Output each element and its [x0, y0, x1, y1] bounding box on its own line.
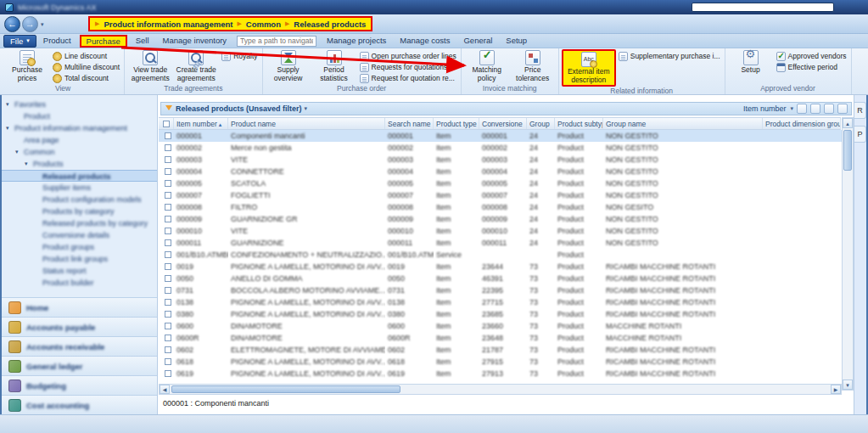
factbox-tab[interactable]: R — [854, 102, 866, 119]
history-dropdown-icon[interactable]: ▾ — [41, 21, 44, 28]
checkbox-icon[interactable] — [165, 144, 171, 151]
breadcrumb-item[interactable]: Released products — [294, 20, 366, 29]
table-row[interactable]: 000001Componenti mancanti000001Item00000… — [159, 130, 842, 142]
checkbox-icon[interactable] — [165, 180, 171, 187]
breadcrumb-item[interactable]: Common — [246, 20, 281, 29]
view-trade-agreements-button[interactable]: View trade agreements — [127, 49, 173, 83]
sidebar-item[interactable]: Product link groups — [2, 253, 157, 265]
tab-general[interactable]: General — [456, 34, 499, 48]
horizontal-scrollbar-thumb[interactable] — [171, 385, 400, 393]
table-row[interactable]: 0731BOCCOLA ALBERO MOTORINO AVVIAME...07… — [159, 284, 842, 296]
price-tolerances-button[interactable]: Price tolerances — [510, 49, 556, 83]
column-header-product-type[interactable]: Product type — [434, 118, 479, 129]
sidebar-item[interactable]: ▾Product information management — [2, 122, 157, 134]
table-row[interactable]: 0602ELETTROMAGNETE, MOTORE DI AVVIAME...… — [159, 344, 842, 356]
line-discount-button[interactable]: Line discount — [53, 51, 120, 61]
tree-expander-icon[interactable] — [34, 205, 40, 217]
checkbox-icon[interactable] — [165, 204, 171, 211]
tab-sell[interactable]: Sell — [129, 34, 156, 48]
table-row[interactable]: 000010VITE000010Item00001024ProductNON G… — [159, 225, 842, 237]
vertical-scrollbar[interactable]: ▲ ▼ — [842, 117, 854, 391]
path-navigate-input[interactable] — [237, 36, 316, 47]
scroll-up-icon[interactable]: ▲ — [843, 118, 853, 128]
sidebar-item[interactable]: Product configuration models — [2, 194, 157, 205]
tree-expander-icon[interactable]: ▾ — [6, 98, 12, 110]
factbox-tab[interactable]: P — [854, 126, 866, 143]
supplementary-purchase-items-button[interactable]: Supplementary purchase i... — [619, 51, 720, 61]
table-row[interactable]: 0619PIGNONE A LAMELLE, MOTORINO DI AVV..… — [159, 368, 842, 380]
tab-product[interactable]: Product — [36, 34, 78, 48]
table-row[interactable]: 000008FILTRO000008Item00000824ProductNON… — [159, 201, 842, 213]
tree-expander-icon[interactable] — [34, 182, 40, 194]
checkbox-icon[interactable] — [165, 156, 171, 163]
sidebar-item[interactable]: Products by category — [2, 205, 157, 217]
breadcrumb-item[interactable]: Product information management — [104, 20, 232, 29]
horizontal-scrollbar[interactable]: ◀ ▶ — [159, 384, 842, 395]
column-header-search-name[interactable]: Search name — [385, 118, 434, 129]
tab-manage-inventory[interactable]: Manage inventory — [156, 34, 234, 48]
grid-toolbar-icon-4[interactable] — [837, 104, 848, 114]
module-accounts-receivable[interactable]: Accounts receivable — [2, 336, 157, 356]
column-header-item-number[interactable]: Item number ▴ — [174, 118, 228, 129]
file-menu-button[interactable]: File ▾ — [3, 35, 36, 48]
module-accounts-payable[interactable]: Accounts payable — [2, 317, 157, 336]
multiline-discount-button[interactable]: Multiline discount — [53, 62, 120, 72]
filter-field-selector[interactable]: Item number ▾ — [743, 104, 793, 113]
external-item-description-button[interactable]: External item description — [562, 49, 616, 87]
sidebar-item[interactable]: Product builder — [2, 277, 157, 289]
requests-for-quotations-button[interactable]: Requests for quotations — [360, 62, 456, 72]
table-row[interactable]: 000004CONNETTORE000004Item00000424Produc… — [159, 166, 842, 177]
tree-expander-icon[interactable] — [34, 253, 40, 265]
checkbox-icon[interactable] — [165, 192, 171, 199]
tree-expander-icon[interactable]: ▾ — [25, 158, 31, 170]
sidebar-item[interactable]: Conversione details — [2, 229, 157, 241]
scroll-right-icon[interactable]: ▶ — [831, 385, 841, 394]
checkbox-icon[interactable] — [165, 335, 171, 341]
tree-expander-icon[interactable]: ▾ — [15, 146, 21, 158]
request-for-quotation-replies-button[interactable]: Request for quotation re... — [360, 73, 456, 83]
checkbox-icon[interactable] — [165, 275, 171, 282]
table-row[interactable]: 000009GUARNIZIONE GR000009Item00000924Pr… — [159, 213, 842, 225]
setup-button[interactable]: Setup — [728, 49, 774, 83]
table-row[interactable]: 000007FOGLIETTI000007Item00000724Product… — [159, 189, 842, 201]
total-discount-button[interactable]: Total discount — [53, 73, 120, 83]
tree-expander-icon[interactable] — [34, 277, 40, 289]
sidebar-item[interactable]: Supplier items — [2, 182, 157, 194]
sidebar-item[interactable]: ▾Products — [2, 158, 157, 170]
checkbox-icon[interactable] — [165, 287, 171, 294]
tab-purchase[interactable]: Purchase — [80, 35, 127, 48]
table-row[interactable]: 0618PIGNONE A LAMELLE, MOTORINO DI AVV..… — [159, 356, 842, 368]
effective-period-button[interactable]: Effective period — [776, 62, 847, 72]
scroll-down-icon[interactable]: ▼ — [843, 380, 853, 390]
checkbox-icon[interactable] — [165, 299, 171, 306]
column-header-product-dimension-group[interactable]: Product dimension group — [763, 118, 841, 129]
table-row[interactable]: 0600DINAMOTORE0600Item2366073ProductMACC… — [159, 320, 842, 332]
checkbox-icon[interactable] — [165, 251, 171, 258]
checkbox-icon[interactable] — [165, 216, 171, 222]
select-all-checkbox[interactable] — [159, 118, 174, 129]
tab-manage-costs[interactable]: Manage costs — [393, 34, 456, 48]
checkbox-icon[interactable] — [165, 168, 171, 175]
table-row[interactable]: 000005SCATOLA000005Item00000524ProductNO… — [159, 177, 842, 189]
sidebar-item[interactable]: ▾Favorites — [2, 98, 157, 110]
checkbox-icon[interactable] — [165, 311, 171, 318]
forward-button[interactable]: → — [22, 16, 38, 32]
supply-overview-button[interactable]: Supply overview — [266, 49, 311, 83]
vertical-scrollbar-thumb[interactable] — [843, 130, 852, 171]
checkbox-icon[interactable] — [165, 132, 171, 139]
tree-expander-icon[interactable] — [15, 110, 21, 122]
table-row[interactable]: 000011GUARNIZIONE000011Item00001124Produ… — [159, 237, 842, 249]
scroll-left-icon[interactable]: ◀ — [160, 385, 170, 394]
table-row[interactable]: 000003VITE000003Item00000324ProductNON G… — [159, 154, 842, 166]
table-row[interactable]: 0138PIGNONE A LAMELLE, MOTORINO DI AVV..… — [159, 296, 842, 308]
purchase-prices-button[interactable]: Purchase prices — [4, 49, 50, 83]
grid-toolbar-icon-2[interactable] — [810, 104, 820, 114]
module-home[interactable]: Home — [2, 297, 157, 317]
table-row[interactable]: 0019PIGNONE A LAMELLE, MOTORINO DI AVV..… — [159, 261, 842, 273]
grid-toolbar-icon-1[interactable] — [797, 104, 807, 114]
column-header-group[interactable]: Group — [527, 118, 555, 129]
create-trade-agreements-button[interactable]: Create trade agreements — [173, 49, 219, 83]
checkbox-icon[interactable] — [165, 263, 171, 270]
column-header-group-name[interactable]: Group name — [603, 118, 763, 129]
tree-expander-icon[interactable]: ▾ — [6, 122, 12, 134]
